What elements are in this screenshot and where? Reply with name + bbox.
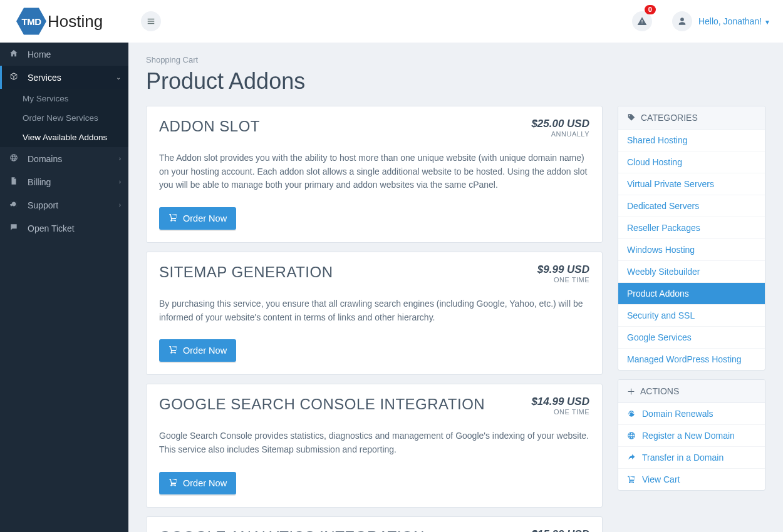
addon-card: GOOGLE ANALYTICS INTEGRATION$15.99 USDON…	[146, 516, 603, 532]
addon-description: The Addon slot provides you with the abi…	[159, 151, 589, 192]
category-item[interactable]: Shared Hosting	[618, 130, 765, 151]
actions-panel-header: ACTIONS	[618, 380, 765, 403]
cart-icon	[169, 345, 178, 356]
nav-icon	[9, 200, 19, 210]
nav-label: Services	[28, 73, 61, 83]
sidebar-subitem-my-services[interactable]: My Services	[0, 89, 128, 108]
sidebar-item-domains[interactable]: Domains›	[0, 147, 128, 170]
addon-card: SITEMAP GENERATION$9.99 USDONE TIMEBy pu…	[146, 252, 603, 375]
notifications-badge: 0	[645, 5, 656, 14]
avatar	[672, 11, 692, 31]
menu-toggle-button[interactable]	[141, 11, 161, 31]
nav-icon	[9, 49, 19, 59]
breadcrumb[interactable]: Shopping Cart	[146, 55, 765, 64]
actions-panel: ACTIONS Domain RenewalsRegister a New Do…	[618, 379, 765, 491]
sidebar-item-home[interactable]: Home	[0, 43, 128, 66]
logo[interactable]: TMD Hosting	[0, 6, 128, 36]
addon-card: ADDON SLOT$25.00 USDANNUALLYThe Addon sl…	[146, 106, 603, 243]
action-item-domain-renewals[interactable]: Domain Renewals	[618, 403, 765, 425]
nav-label: Support	[28, 200, 58, 210]
addon-cycle: ONE TIME	[537, 276, 589, 284]
addon-price: $9.99 USD	[537, 263, 589, 276]
category-item[interactable]: Dedicated Servers	[618, 195, 765, 217]
plus-icon	[627, 387, 635, 396]
user-menu[interactable]: Hello, Jonathan!▼	[672, 11, 770, 31]
category-item[interactable]: Product Addons	[618, 283, 765, 305]
cart-icon	[169, 213, 178, 224]
nav-label: Billing	[28, 177, 51, 187]
sidebar-item-open-ticket[interactable]: Open Ticket	[0, 217, 128, 240]
addon-price-block: $14.99 USDONE TIME	[531, 396, 589, 416]
addon-title: ADDON SLOT	[159, 118, 260, 135]
category-item[interactable]: Weebly Sitebuilder	[618, 261, 765, 283]
logo-badge: TMD	[16, 6, 46, 36]
category-item[interactable]: Windows Hosting	[618, 239, 765, 261]
category-item[interactable]: Reseller Packages	[618, 217, 765, 239]
addon-title: GOOGLE SEARCH CONSOLE INTEGRATION	[159, 396, 485, 413]
addon-description: Google Search Console provides statistic…	[159, 429, 589, 456]
category-item[interactable]: Managed WordPress Hosting	[618, 349, 765, 370]
category-item[interactable]: Google Services	[618, 327, 765, 349]
action-label: Register a New Domain	[642, 431, 735, 441]
sidebar-item-services[interactable]: Services⌄	[0, 66, 128, 89]
addon-title: SITEMAP GENERATION	[159, 263, 333, 281]
order-now-button[interactable]: Order Now	[159, 339, 236, 362]
categories-panel-header: CATEGORIES	[618, 106, 765, 130]
category-item[interactable]: Cloud Hosting	[618, 151, 765, 173]
nav-icon	[9, 72, 19, 83]
addons-column: ADDON SLOT$25.00 USDANNUALLYThe Addon sl…	[146, 106, 603, 532]
logo-text: Hosting	[48, 12, 103, 31]
addon-title: GOOGLE ANALYTICS INTEGRATION	[159, 528, 425, 532]
addon-price: $15.99 USD	[531, 528, 589, 532]
action-item-transfer-in-a-domain[interactable]: Transfer in a Domain	[618, 447, 765, 469]
caret-down-icon: ▼	[764, 19, 770, 26]
order-now-button[interactable]: Order Now	[159, 207, 236, 230]
hamburger-icon	[147, 17, 155, 26]
action-label: Domain Renewals	[642, 409, 713, 419]
nav-icon	[9, 153, 19, 164]
action-item-view-cart[interactable]: View Cart	[618, 469, 765, 490]
order-label: Order Now	[183, 345, 227, 356]
page-title: Product Addons	[146, 68, 765, 95]
sidebar-subitem-view-available-addons[interactable]: View Available Addons	[0, 128, 128, 147]
refresh-icon	[627, 409, 636, 418]
action-item-register-a-new-domain[interactable]: Register a New Domain	[618, 425, 765, 447]
order-now-button[interactable]: Order Now	[159, 472, 236, 494]
categories-panel: CATEGORIES Shared HostingCloud HostingVi…	[618, 106, 765, 371]
action-label: Transfer in a Domain	[642, 453, 723, 463]
addon-description: By purchasing this service, you ensure t…	[159, 297, 589, 324]
notifications-button[interactable]: 0	[632, 11, 652, 31]
addon-price: $14.99 USD	[531, 396, 589, 408]
addon-cycle: ONE TIME	[531, 408, 589, 416]
user-icon	[678, 17, 687, 26]
sidebar: HomeServices⌄My ServicesOrder New Servic…	[0, 43, 128, 532]
addon-cycle: ANNUALLY	[531, 130, 589, 138]
addon-price-block: $15.99 USDONE TIME	[531, 528, 589, 532]
addon-price: $25.00 USD	[531, 118, 589, 130]
sidebar-item-billing[interactable]: Billing›	[0, 170, 128, 193]
cart-icon	[627, 475, 636, 484]
share-icon	[627, 453, 636, 462]
category-item[interactable]: Security and SSL	[618, 305, 765, 327]
nav-label: Home	[28, 49, 51, 59]
warning-icon	[637, 16, 647, 26]
addon-card: GOOGLE SEARCH CONSOLE INTEGRATION$14.99 …	[146, 384, 603, 507]
main-content: Shopping Cart Product Addons ADDON SLOT$…	[128, 43, 783, 532]
order-label: Order Now	[183, 213, 227, 223]
nav-icon	[9, 176, 19, 187]
right-column: CATEGORIES Shared HostingCloud HostingVi…	[618, 106, 765, 499]
chevron-down-icon: ⌄	[116, 74, 121, 81]
sidebar-subitem-order-new-services[interactable]: Order New Services	[0, 108, 128, 128]
chevron-right-icon: ›	[119, 155, 121, 162]
nav-label: Domains	[28, 154, 62, 164]
greeting-text: Hello, Jonathan!▼	[698, 16, 770, 26]
category-item[interactable]: Virtual Private Servers	[618, 173, 765, 195]
tags-icon	[627, 113, 636, 122]
sidebar-item-support[interactable]: Support›	[0, 193, 128, 217]
addon-price-block: $25.00 USDANNUALLY	[531, 118, 589, 138]
topbar: TMD Hosting 0 Hello, Jonathan!▼	[0, 0, 783, 43]
chevron-right-icon: ›	[119, 178, 121, 185]
order-label: Order Now	[183, 478, 227, 488]
globe-icon	[627, 431, 636, 440]
chevron-right-icon: ›	[119, 202, 121, 208]
